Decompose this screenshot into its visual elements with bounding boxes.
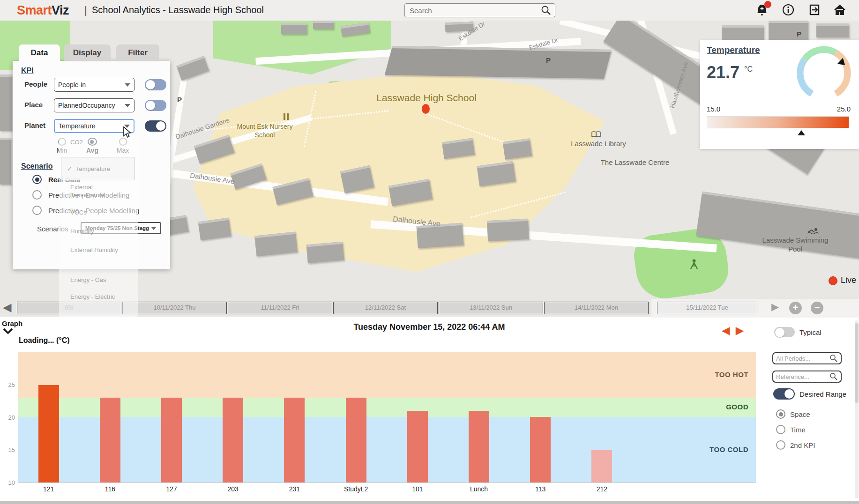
timeline-date-cell[interactable]: 11/11/2022 Fri (228, 302, 332, 314)
mouse-cursor (123, 126, 133, 139)
place-kpi-toggle[interactable] (145, 100, 166, 111)
graph-section-label: Graph (2, 319, 22, 327)
dropdown-item-external-humidity[interactable]: External Humidity (70, 246, 127, 254)
swimmer-icon (807, 228, 820, 234)
building (385, 46, 612, 79)
temperature-widget-title[interactable]: Temperature (707, 45, 760, 55)
nursery-icon (283, 112, 290, 121)
collapse-chevron-icon[interactable] (3, 328, 13, 334)
timeline-zoom-out-button[interactable]: − (811, 302, 823, 314)
typical-toggle[interactable] (774, 327, 795, 337)
x-axis-label[interactable]: 231 (264, 485, 325, 493)
graph-section: Graph Tuesday November 15, 2022 06:44 AM… (0, 317, 859, 501)
parking-icon: P (546, 56, 551, 64)
people-kpi-toggle[interactable] (145, 79, 166, 90)
timeline-date-cell[interactable]: 13/11/2022 Sun (439, 302, 543, 314)
poi-label-library: Lasswade Library (568, 140, 629, 148)
x-axis-label[interactable]: 127 (141, 485, 202, 493)
all-periods-input[interactable] (773, 355, 829, 362)
space-radio[interactable] (776, 409, 785, 419)
x-axis-label[interactable]: 113 (510, 485, 571, 493)
x-axis-label[interactable]: 203 (202, 485, 264, 493)
desired-range-toggle[interactable] (773, 388, 795, 400)
x-axis-label[interactable]: 116 (79, 485, 141, 493)
search-icon (829, 372, 838, 381)
search-icon[interactable] (540, 4, 552, 16)
real-data-radio[interactable] (32, 175, 42, 184)
graph-scrollbar (855, 320, 859, 498)
band-label-too-hot: TOO HOT (715, 371, 748, 378)
dropdown-item-external-temperature[interactable]: External Temperature (70, 184, 127, 200)
timeline-date-cell[interactable]: 14/11/2022 Mon (544, 302, 649, 314)
building (306, 242, 344, 264)
predictive-people-radio[interactable] (32, 206, 42, 215)
y-axis-tick: 20 (3, 414, 15, 421)
band-label-too-cold: TOO COLD (710, 445, 748, 453)
y-axis-tick: 10 (3, 479, 15, 486)
poi-label-centre: The Lasswade Centre (600, 158, 670, 167)
planet-kpi-toggle[interactable] (145, 120, 166, 132)
timeline-date-cell[interactable]: 12/11/2022 Sat (333, 302, 438, 314)
timeline-date-cell-selected[interactable]: 15/11/2022 Tue (657, 302, 757, 314)
place-kpi-select[interactable]: PlannedOccupancy (54, 98, 134, 112)
kpi-label-planet: Planet (24, 121, 45, 129)
timeline-date-cell[interactable]: 10/11/2022 Thu (122, 302, 227, 314)
timeline-play-icon[interactable]: ▶ (771, 301, 779, 312)
x-axis-label[interactable]: Lunch (448, 485, 509, 493)
scrollbar-thumb[interactable] (855, 323, 859, 403)
second-kpi-radio[interactable] (776, 440, 785, 450)
building (722, 25, 764, 41)
dropdown-item-humidity[interactable]: Humidity (70, 228, 127, 236)
predictive-env-radio[interactable] (32, 190, 42, 200)
timeline-prev-icon[interactable]: ◀ (3, 301, 11, 314)
next-day-icon[interactable]: ▶ (736, 324, 750, 336)
bar-slot (571, 352, 633, 482)
timeline-zoom-in-button[interactable]: + (789, 302, 802, 314)
dropdown-item-co2[interactable]: CO2 (70, 139, 127, 147)
reference-input[interactable] (773, 373, 829, 380)
tab-filter[interactable]: Filter (116, 44, 159, 61)
prev-day-icon[interactable]: ◀ (722, 324, 736, 336)
desired-range-label: Desired Range (799, 390, 846, 398)
search-input[interactable] (405, 7, 540, 15)
graph-nav-arrows: ◀▶ (722, 324, 749, 337)
bar-slot (325, 352, 387, 482)
building (769, 21, 808, 41)
bar-studyl2 (346, 398, 366, 482)
x-axis-label[interactable]: 101 (387, 485, 448, 493)
school-marker[interactable] (422, 104, 430, 114)
space-label: Space (790, 410, 810, 418)
app-logo[interactable]: SmartViz (17, 3, 69, 18)
dropdown-item-energy-electric[interactable]: Energy - Electric (70, 293, 127, 301)
poi-label-nursery: Mount Esk Nursery School (234, 123, 295, 139)
people-kpi-select[interactable]: People-in (54, 78, 134, 92)
logo-part-viz: Viz (52, 3, 69, 17)
time-radio[interactable] (776, 425, 785, 434)
building (198, 218, 232, 241)
info-icon[interactable] (782, 3, 796, 17)
mode-option-space[interactable]: Space (776, 409, 810, 419)
y-axis-tick: 15 (3, 446, 15, 453)
tab-data[interactable]: Data (19, 44, 60, 61)
planet-kpi-value: Temperature (59, 122, 122, 130)
bar-101 (407, 411, 428, 482)
home-icon[interactable] (833, 3, 847, 17)
bar-212 (591, 450, 612, 483)
mode-option-2nd-kpi[interactable]: 2nd KPI (776, 440, 815, 450)
temperature-unit: °C (744, 65, 753, 73)
reference-searchbox (772, 371, 842, 383)
mode-option-time[interactable]: Time (776, 425, 806, 434)
chevron-down-icon (125, 83, 130, 87)
logout-icon[interactable] (808, 3, 822, 17)
window-bottom-edge (0, 501, 859, 504)
bar-121 (38, 385, 59, 483)
dropdown-item-energy-gas[interactable]: Energy - Gas (70, 276, 127, 284)
x-axis-label[interactable]: StudyL2 (325, 485, 387, 493)
dropdown-item-temperature-selected[interactable]: ✓ Temperature (61, 157, 135, 180)
dropdown-item-vocs[interactable]: VOCs (70, 209, 127, 217)
tab-display[interactable]: Display (64, 44, 111, 61)
notifications-bell-icon[interactable] (755, 3, 769, 17)
x-axis-label[interactable]: 212 (571, 485, 633, 493)
bar-slot (448, 352, 509, 482)
x-axis-label[interactable]: 121 (18, 485, 79, 493)
